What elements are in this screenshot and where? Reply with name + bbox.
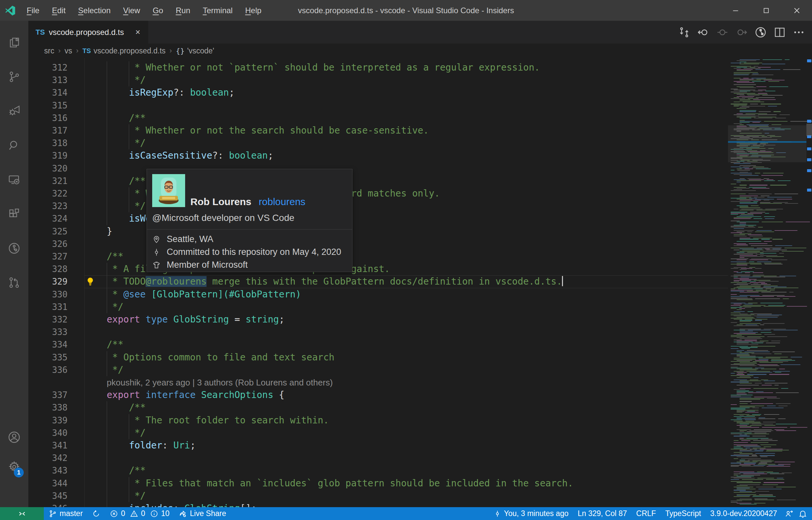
code-line-346[interactable]: 346 includes: GlobString[]; (28, 502, 728, 507)
language-mode-status[interactable]: TypeScript (661, 507, 706, 520)
minimap-line (779, 369, 785, 369)
minimap-line (755, 368, 764, 368)
code-text: * Whether or not the search should be ca… (107, 124, 429, 137)
menu-terminal[interactable]: Terminal (196, 0, 239, 21)
more-actions-icon[interactable] (791, 25, 806, 40)
code-line-341[interactable]: 341 folder: Uri; (28, 439, 728, 452)
code-line-330[interactable]: 330 * @see [GlobPattern](#GlobPattern) (28, 288, 728, 301)
code-line-326[interactable]: 326 (28, 238, 728, 250)
git-blame-annotation[interactable]: pkoushik, 2 years ago | 3 authors (Rob L… (28, 376, 728, 389)
code-line-332[interactable]: 332export type GlobString = string; (28, 313, 728, 326)
notifications-button[interactable] (796, 507, 812, 520)
run-and-debug-icon[interactable] (0, 95, 28, 127)
overview-ruler[interactable] (806, 58, 812, 507)
minimap-slider[interactable] (728, 125, 806, 162)
github-pull-request-icon[interactable] (0, 267, 28, 298)
code-line-338[interactable]: 338 /** (28, 401, 728, 414)
settings-gear-icon[interactable]: 1 (0, 451, 28, 483)
code-text: */ (107, 301, 123, 313)
feedback-button[interactable] (782, 507, 796, 520)
code-editor[interactable]: 312 * Whether or not `pattern` should be… (28, 58, 812, 507)
code-line-337[interactable]: 337export interface SearchOptions { (28, 389, 728, 401)
compare-changes-icon[interactable] (677, 25, 692, 40)
split-editor-icon[interactable] (773, 25, 787, 40)
accounts-icon[interactable] (0, 421, 28, 453)
menu-view[interactable]: View (117, 0, 147, 21)
minimap-line (734, 319, 742, 319)
minimap[interactable] (728, 58, 806, 507)
timeline-view-icon[interactable] (0, 232, 28, 264)
code-line-317[interactable]: 317 * Whether or not the search should b… (28, 124, 728, 137)
minimap-line (768, 81, 779, 82)
user-login-link[interactable]: roblourens (259, 196, 305, 207)
code-line-316[interactable]: 316 /** (28, 112, 728, 124)
minimap-line (748, 98, 759, 99)
menu-edit[interactable]: Edit (46, 0, 72, 21)
eol-status[interactable]: CRLF (632, 507, 661, 520)
code-line-318[interactable]: 318 */ (28, 137, 728, 149)
code-line-339[interactable]: 339 * The root folder to search within. (28, 414, 728, 427)
code-line-331[interactable]: 331 */ (28, 301, 728, 313)
sync-changes-button[interactable] (87, 507, 105, 520)
code-line-329[interactable]: 329 * TODO@roblourens merge this with th… (28, 275, 728, 288)
remote-indicator[interactable] (0, 507, 44, 520)
breadcrumb-src[interactable]: src (44, 47, 54, 55)
code-line-334[interactable]: 334/** (28, 338, 728, 351)
explorer-icon[interactable] (0, 27, 28, 58)
extensions-icon[interactable] (0, 198, 28, 230)
menu-run[interactable]: Run (169, 0, 196, 21)
menu-file[interactable]: File (21, 0, 46, 21)
code-line-345[interactable]: 345 */ (28, 490, 728, 502)
code-line-324[interactable]: 324 isWordMatch?: boolean; (28, 212, 728, 225)
maximize-button[interactable] (751, 0, 781, 21)
minimap-line (736, 352, 742, 352)
next-change-icon[interactable] (734, 25, 749, 40)
code-line-314[interactable]: 314 isRegExp?: boolean; (28, 86, 728, 99)
breadcrumb-module-vscode[interactable]: 'vscode' (187, 47, 214, 55)
source-control-icon[interactable] (0, 61, 28, 93)
search-icon[interactable] (0, 130, 28, 161)
git-branch-status[interactable]: master (44, 507, 87, 520)
code-line-327[interactable]: 327/** (28, 250, 728, 263)
problems-status[interactable]: 0 0 10 (105, 507, 174, 520)
remote-explorer-icon[interactable] (0, 164, 28, 196)
previous-change-icon[interactable] (696, 25, 710, 40)
breadcrumb-filename[interactable]: vscode.proposed.d.ts (93, 47, 166, 55)
code-line-333[interactable]: 333 (28, 326, 728, 338)
code-line-319[interactable]: 319 isCaseSensitive?: boolean; (28, 149, 728, 162)
minimap-line (731, 313, 740, 313)
minimap-line (739, 121, 761, 122)
code-line-342[interactable]: 342 (28, 452, 728, 464)
code-line-336[interactable]: 336 */ (28, 364, 728, 376)
lightbulb-icon[interactable] (85, 276, 95, 287)
code-line-340[interactable]: 340 */ (28, 427, 728, 439)
close-window-button[interactable] (781, 0, 812, 21)
code-line-325[interactable]: 325} (28, 225, 728, 238)
tab-vscode-proposed[interactable]: TS vscode.proposed.d.ts × (28, 21, 148, 44)
code-line-328[interactable]: 328 * A file glob pattern to match file … (28, 263, 728, 275)
minimize-button[interactable] (720, 0, 751, 21)
code-line-335[interactable]: 335 * Options common to file and text se… (28, 351, 728, 364)
typescript-version-status[interactable]: 3.9.0-dev.20200427 (706, 507, 782, 520)
menu-go[interactable]: Go (146, 0, 169, 21)
blame-status[interactable]: You, 3 minutes ago (489, 507, 573, 520)
breadcrumb-vs[interactable]: vs (64, 47, 72, 55)
menu-help[interactable]: Help (239, 0, 268, 21)
code-line-343[interactable]: 343 /** (28, 464, 728, 477)
menu-selection[interactable]: Selection (72, 0, 117, 21)
scrollbar-slider[interactable] (806, 124, 812, 136)
code-line-323[interactable]: 323 */ (28, 200, 728, 212)
timeline-icon[interactable] (753, 25, 768, 40)
tab-close-icon[interactable]: × (133, 26, 142, 38)
minimap-line (778, 180, 791, 181)
cursor-position-status[interactable]: Ln 329, Col 87 (573, 507, 632, 520)
code-line-320[interactable]: 320 (28, 162, 728, 175)
code-line-315[interactable]: 315 (28, 99, 728, 112)
live-share-button[interactable]: Live Share (174, 507, 231, 520)
code-line-312[interactable]: 312 * Whether or not `pattern` should be… (28, 61, 728, 74)
code-line-313[interactable]: 313 */ (28, 74, 728, 86)
code-line-344[interactable]: 344 * Files that match an `includes` glo… (28, 477, 728, 490)
code-line-321[interactable]: 321 /** (28, 175, 728, 187)
user-organization-row: Member of Microsoft (151, 259, 352, 271)
code-line-322[interactable]: 322 * Whether or not to search for whole… (28, 187, 728, 200)
